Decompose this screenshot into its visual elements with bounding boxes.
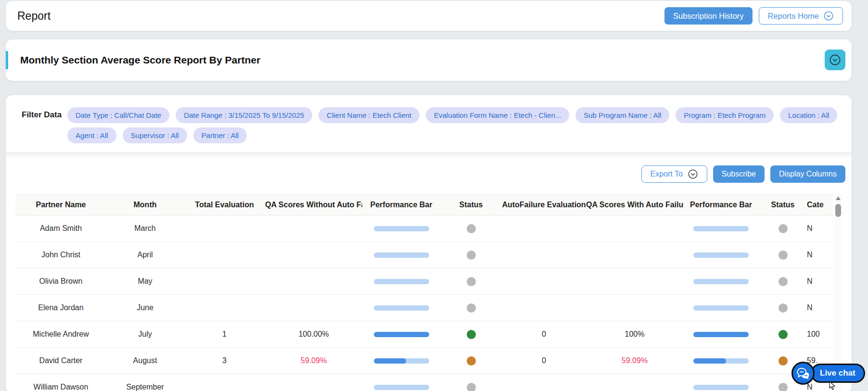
performance-bar-cell [683, 330, 759, 339]
autofailure-evaluation-cell: 0 [502, 356, 586, 365]
performance-bar-cell [683, 224, 759, 233]
status-indicator [467, 277, 476, 286]
filter-chip[interactable]: Agent : All [67, 127, 116, 143]
column-header: Month [106, 201, 184, 209]
qa-score-with-autofailure-cell: 100% [586, 330, 683, 339]
status-indicator [779, 277, 788, 286]
performance-bar-cell [362, 356, 440, 365]
filter-chip-row: Agent : AllSupervisor : AllPartner : All [67, 127, 247, 143]
status-cell [440, 329, 502, 339]
report-title-bar: Monthly Section Average Score Report By … [6, 39, 852, 81]
performance-bar [693, 332, 749, 337]
table-row: David Carter August 3 59.09% 0 59.09% 59… [15, 348, 833, 374]
live-chat-label: Live chat [820, 368, 855, 378]
table-row: Elena Jordan June N [15, 295, 833, 321]
filter-chip[interactable]: Date Range : 3/15/2025 To 9/15/2025 [176, 107, 312, 123]
filter-chip[interactable]: Sub Program Name : All [575, 107, 669, 123]
partner-name-cell: Adam Smith [15, 224, 106, 233]
total-evaluation-cell: 3 [184, 356, 265, 365]
reports-home-button[interactable]: Reports Home [759, 7, 843, 25]
month-cell: March [106, 224, 184, 233]
chat-bubbles-icon [791, 362, 815, 385]
total-evaluation-cell: 1 [184, 330, 265, 339]
category-cell: N [807, 251, 833, 259]
filter-section: Filter Data Date Type : Call/Chat DateDa… [6, 95, 852, 152]
status-indicator [779, 356, 788, 366]
column-header: Cate [807, 201, 833, 209]
export-to-button[interactable]: Export To [641, 165, 707, 183]
status-cell [759, 329, 807, 339]
month-cell: September [106, 383, 184, 391]
status-indicator [779, 383, 788, 391]
column-header: Status [440, 201, 502, 209]
category-cell: N [807, 303, 833, 312]
live-chat-button[interactable]: Live chat [811, 364, 865, 383]
subscription-history-button[interactable]: Subscription History [664, 7, 753, 25]
performance-bar [374, 226, 429, 231]
performance-bar [374, 279, 429, 284]
filter-chip[interactable]: Evaluation Form Name : Etech - Clien... [426, 107, 569, 123]
filter-chip[interactable]: Program : Etech Program [676, 107, 774, 123]
status-indicator [467, 251, 476, 260]
column-header: Performance Bar [362, 201, 440, 209]
status-cell [440, 250, 502, 259]
filter-chip[interactable]: Partner : All [193, 127, 247, 143]
filter-chip-row: Date Type : Call/Chat DateDate Range : 3… [67, 107, 837, 123]
subscription-history-label: Subscription History [673, 12, 744, 21]
performance-bar-cell [683, 356, 759, 365]
filter-chip[interactable]: Client Name : Etech Client [319, 107, 420, 123]
performance-bar [374, 385, 429, 390]
scroll-up-arrow-icon[interactable] [836, 196, 841, 200]
partner-name-cell: Olivia Brown [15, 277, 106, 286]
partner-name-cell: William Dawson [15, 383, 106, 391]
status-cell [440, 382, 502, 391]
category-cell: N [807, 277, 833, 286]
column-header: Total Evaluation [184, 201, 265, 209]
status-cell [440, 356, 502, 365]
qa-score-without-autofailure-cell: 59.09% [265, 356, 362, 365]
status-cell [759, 224, 807, 233]
filter-chip[interactable]: Location : All [780, 107, 837, 123]
qa-score-with-autofailure-cell: 59.09% [586, 356, 683, 365]
display-columns-button[interactable]: Display Columns [770, 165, 845, 183]
performance-bar-cell [362, 383, 440, 391]
qa-score-without-autofailure-cell: 100.00% [265, 330, 362, 339]
table-row: Olivia Brown May N [15, 268, 833, 295]
filter-chip[interactable]: Date Type : Call/Chat Date [67, 107, 169, 123]
table-row: William Dawson September N [15, 374, 833, 391]
performance-bar [374, 252, 429, 258]
filter-chip[interactable]: Supervisor : All [123, 127, 187, 143]
performance-bar-cell [362, 224, 440, 233]
status-indicator [779, 330, 788, 339]
report-table: Partner NameMonthTotal EvaluationQA Scor… [15, 194, 833, 391]
mouse-cursor [829, 381, 836, 391]
month-cell: June [106, 303, 184, 312]
collapse-section-button[interactable] [825, 50, 845, 70]
table-body: Adam Smith March N John Christ April [15, 215, 833, 391]
table-toolbar: Export To Subscribe Display Columns [641, 165, 846, 183]
column-header: AutoFailure Evaluation [502, 201, 586, 209]
filter-data-label: Filter Data [22, 110, 62, 120]
performance-bar-cell [362, 303, 440, 312]
performance-bar [374, 358, 429, 364]
filter-section-shadow [6, 152, 852, 159]
chevron-down-circle-icon [688, 169, 698, 179]
status-indicator [467, 383, 476, 391]
column-header: QA Scores With Auto Failure [586, 201, 683, 209]
page-title: Report [17, 10, 51, 23]
scrollbar-thumb[interactable] [835, 204, 841, 217]
performance-bar [693, 226, 749, 231]
partner-name-cell: Elena Jordan [15, 303, 106, 312]
partner-name-cell: Michelle Andrew [15, 330, 106, 339]
performance-bar-cell [362, 330, 440, 339]
status-indicator [779, 303, 788, 313]
status-indicator [779, 224, 788, 233]
status-cell [759, 303, 807, 312]
autofailure-evaluation-cell: 0 [502, 330, 586, 339]
partner-name-cell: John Christ [15, 251, 106, 259]
month-cell: April [106, 251, 184, 259]
subscribe-button[interactable]: Subscribe [713, 165, 765, 183]
month-cell: May [106, 277, 184, 286]
status-cell [759, 277, 807, 286]
top-bar: Report Subscription History Reports Home [6, 1, 852, 31]
